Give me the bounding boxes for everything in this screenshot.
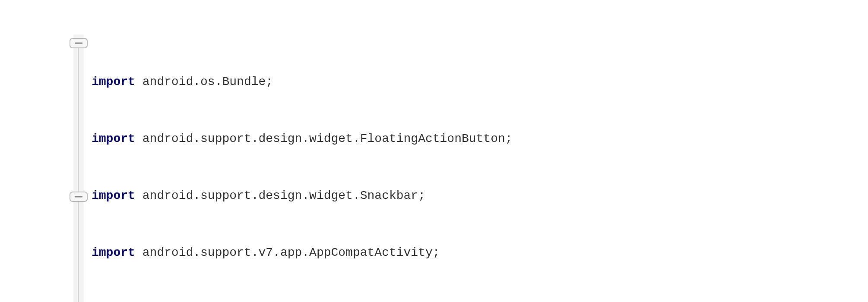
keyword-import: import	[92, 246, 135, 259]
code-line: import android.support.v7.app.AppCompatA…	[92, 243, 513, 262]
code-line: import android.support.design.widget.Sna…	[92, 186, 513, 205]
fold-guide-line	[78, 43, 79, 302]
code-editor: import android.os.Bundle; import android…	[73, 35, 513, 302]
import-path: android.support.design.widget.FloatingAc…	[135, 132, 513, 145]
import-path: android.support.design.widget.Snackbar;	[135, 189, 425, 202]
import-path: android.os.Bundle;	[135, 75, 273, 88]
keyword-import: import	[92, 189, 135, 202]
keyword-import: import	[92, 132, 135, 145]
folding-gutter	[73, 35, 84, 302]
code-block[interactable]: import android.os.Bundle; import android…	[84, 35, 513, 302]
keyword-import: import	[92, 75, 135, 88]
code-line: import android.support.design.widget.Flo…	[92, 129, 513, 148]
code-line: import android.support.v7.widget.Toolbar…	[92, 300, 513, 302]
import-path: android.support.v7.app.AppCompatActivity…	[135, 246, 440, 259]
code-line: import android.os.Bundle;	[92, 72, 513, 91]
